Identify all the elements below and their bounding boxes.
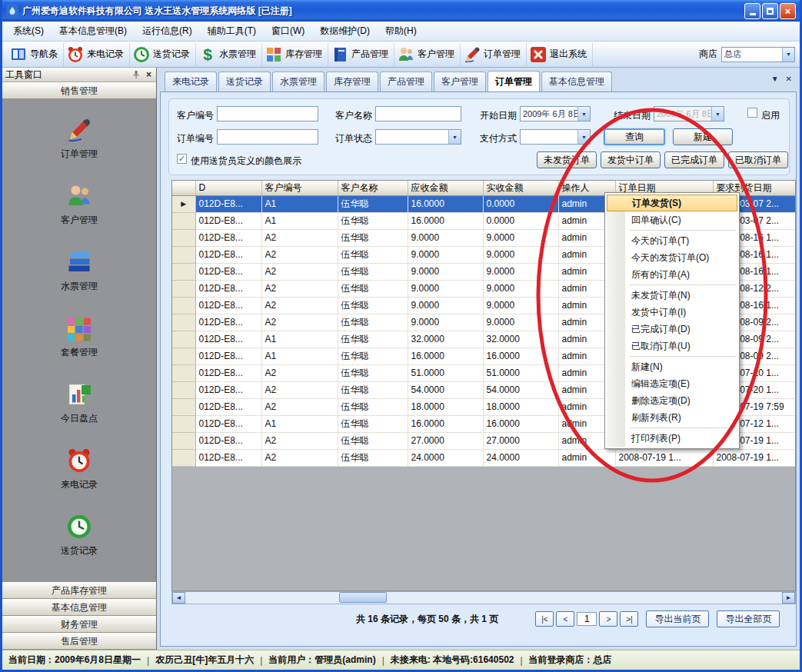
first-page-button[interactable]: |< bbox=[535, 611, 554, 627]
enable-checkbox[interactable] bbox=[747, 108, 757, 118]
context-menu-item-today-orders[interactable]: 今天的订单(T) bbox=[607, 232, 737, 249]
toolbar-button-customers[interactable]: 客户管理 bbox=[394, 43, 461, 66]
menu-item-5[interactable]: 数据维护(D) bbox=[312, 22, 378, 41]
filter-button-cancelled-orders[interactable]: 已取消订单 bbox=[728, 151, 788, 168]
context-menu-item-cancelled-orders[interactable]: 已取消订单(U) bbox=[607, 338, 737, 354]
toolbar-button-delivery-records[interactable]: 送货记录 bbox=[130, 43, 196, 66]
sidebar-section-2[interactable]: 财务管理 bbox=[2, 616, 156, 633]
row-selector[interactable] bbox=[172, 297, 195, 314]
menu-item-0[interactable]: 系统(S) bbox=[5, 22, 52, 41]
row-selector[interactable] bbox=[172, 246, 195, 263]
column-header-5[interactable]: 实收金额 bbox=[483, 181, 558, 195]
sidebar-section-1[interactable]: 基本信息管理 bbox=[2, 599, 156, 616]
minimize-button[interactable] bbox=[744, 3, 760, 19]
row-selector[interactable] bbox=[172, 432, 195, 449]
customer-name-input[interactable] bbox=[375, 106, 461, 121]
row-selector[interactable] bbox=[172, 263, 195, 280]
chevron-down-icon[interactable] bbox=[577, 130, 590, 144]
pay-method-select[interactable] bbox=[520, 129, 591, 145]
menu-item-3[interactable]: 辅助工具(T) bbox=[200, 22, 264, 41]
context-menu-item-today-ship-orders[interactable]: 今天的发货订单(O) bbox=[607, 249, 737, 266]
pin-icon[interactable] bbox=[131, 70, 141, 79]
chevron-down-icon[interactable] bbox=[771, 75, 779, 83]
next-page-button[interactable]: > bbox=[599, 611, 617, 627]
row-selector[interactable] bbox=[172, 415, 195, 432]
sidebar-section-0[interactable]: 产品库存管理 bbox=[2, 582, 156, 599]
toolbar-button-products[interactable]: 产品管理 bbox=[328, 43, 394, 66]
row-selector[interactable] bbox=[172, 280, 195, 297]
prev-page-button[interactable]: < bbox=[556, 611, 574, 627]
customer-no-input[interactable] bbox=[217, 106, 318, 121]
column-header-3[interactable]: 客户名称 bbox=[338, 181, 408, 195]
column-header-2[interactable]: 客户编号 bbox=[261, 181, 338, 195]
tab-water-tickets[interactable]: 水票管理 bbox=[272, 72, 324, 91]
sidebar-item-customers[interactable]: 客户管理 bbox=[2, 171, 156, 238]
context-menu-item-unshipped-orders[interactable]: 未发货订单(N) bbox=[607, 287, 737, 304]
query-button[interactable]: 查询 bbox=[604, 128, 665, 145]
sidebar-item-orders[interactable]: 订单管理 bbox=[2, 105, 156, 171]
context-menu-item-edit-selected[interactable]: 编辑选定项(E) bbox=[607, 375, 737, 392]
page-number-input[interactable] bbox=[577, 612, 597, 626]
toolbar-button-exit[interactable]: 退出系统 bbox=[527, 43, 593, 66]
row-selector[interactable] bbox=[172, 364, 195, 381]
export-current-page-button[interactable]: 导出当前页 bbox=[646, 610, 709, 627]
menu-item-4[interactable]: 窗口(W) bbox=[264, 22, 312, 41]
order-no-input[interactable] bbox=[217, 129, 318, 145]
tab-orders[interactable]: 订单管理 bbox=[488, 71, 540, 91]
row-selector[interactable] bbox=[172, 314, 195, 331]
column-header-1[interactable]: D bbox=[195, 181, 261, 195]
row-selector[interactable] bbox=[172, 449, 195, 466]
column-header-0[interactable] bbox=[172, 181, 195, 195]
end-date-picker[interactable]: 2009年 6月 8日 bbox=[654, 106, 724, 121]
tab-inventory[interactable]: 库存管理 bbox=[326, 72, 378, 91]
scroll-right-icon[interactable] bbox=[782, 592, 795, 604]
row-selector[interactable] bbox=[172, 229, 195, 246]
sidebar-section-3[interactable]: 售后管理 bbox=[2, 633, 156, 650]
row-selector[interactable] bbox=[172, 398, 195, 415]
scroll-left-icon[interactable] bbox=[172, 592, 185, 604]
toolbar-button-navigator[interactable]: 导航条 bbox=[7, 43, 64, 66]
context-menu-item-receipt-confirm[interactable]: 回单确认(C) bbox=[607, 211, 737, 228]
close-icon[interactable] bbox=[145, 69, 153, 80]
context-menu-item-delete-selected[interactable]: 删除选定项(D) bbox=[607, 392, 737, 409]
toolbar-button-water-tickets[interactable]: $水票管理 bbox=[196, 43, 262, 66]
context-menu-item-refresh-list[interactable]: 刷新列表(R) bbox=[607, 409, 737, 426]
context-menu-item-completed-orders[interactable]: 已完成订单(D) bbox=[607, 321, 737, 338]
new-button[interactable]: 新建 bbox=[673, 128, 733, 145]
menu-item-1[interactable]: 基本信息管理(B) bbox=[52, 22, 135, 41]
chevron-down-icon[interactable] bbox=[782, 48, 794, 62]
row-selector[interactable] bbox=[172, 381, 195, 398]
menu-item-2[interactable]: 运行信息(R) bbox=[135, 22, 200, 41]
context-menu-item-ship-order[interactable]: 订单发货(S) bbox=[607, 195, 737, 211]
sidebar-item-call-records[interactable]: 来电记录 bbox=[2, 436, 156, 502]
tab-call-records[interactable]: 来电记录 bbox=[165, 72, 217, 91]
maximize-button[interactable] bbox=[762, 3, 778, 19]
scrollbar-thumb[interactable] bbox=[339, 592, 387, 603]
last-page-button[interactable]: >| bbox=[620, 611, 638, 627]
sidebar-item-daily-check[interactable]: 今日盘点 bbox=[2, 370, 156, 436]
scrollbar-track[interactable] bbox=[185, 592, 782, 604]
context-menu-item-print-list[interactable]: 打印列表(P) bbox=[607, 430, 737, 447]
chevron-down-icon[interactable] bbox=[577, 107, 590, 121]
tab-delivery-records[interactable]: 送货记录 bbox=[218, 72, 271, 91]
tab-customers[interactable]: 客户管理 bbox=[434, 72, 486, 91]
row-selector[interactable] bbox=[172, 348, 195, 364]
column-header-4[interactable]: 应收金额 bbox=[408, 181, 483, 195]
context-menu-item-new[interactable]: 新建(N) bbox=[607, 358, 737, 375]
toolbar-button-orders[interactable]: 订单管理 bbox=[461, 43, 527, 66]
sidebar-section-sales[interactable]: 销售管理 bbox=[2, 82, 156, 99]
start-date-picker[interactable]: 2009年 6月 8日 bbox=[520, 106, 591, 121]
table-row[interactable]: 012D-E8...A2伍华聪24.000024.0000admin2008-0… bbox=[172, 449, 795, 466]
sidebar-item-packages[interactable]: 套餐管理 bbox=[2, 304, 156, 370]
horizontal-scrollbar[interactable] bbox=[171, 591, 796, 604]
context-menu-item-all-orders[interactable]: 所有的订单(A) bbox=[607, 266, 737, 283]
menu-item-6[interactable]: 帮助(H) bbox=[378, 22, 424, 41]
filter-button-shipping-orders[interactable]: 发货中订单 bbox=[601, 151, 661, 168]
toolbar-button-inventory[interactable]: 库存管理 bbox=[262, 43, 328, 66]
order-status-select[interactable] bbox=[375, 129, 461, 145]
sidebar-item-water-tickets[interactable]: 水票管理 bbox=[2, 238, 156, 304]
row-selector[interactable]: ▶ bbox=[172, 195, 195, 212]
close-button[interactable] bbox=[780, 3, 796, 19]
toolbar-button-call-records[interactable]: 来电记录 bbox=[64, 43, 130, 66]
export-all-pages-button[interactable]: 导出全部页 bbox=[717, 610, 780, 627]
